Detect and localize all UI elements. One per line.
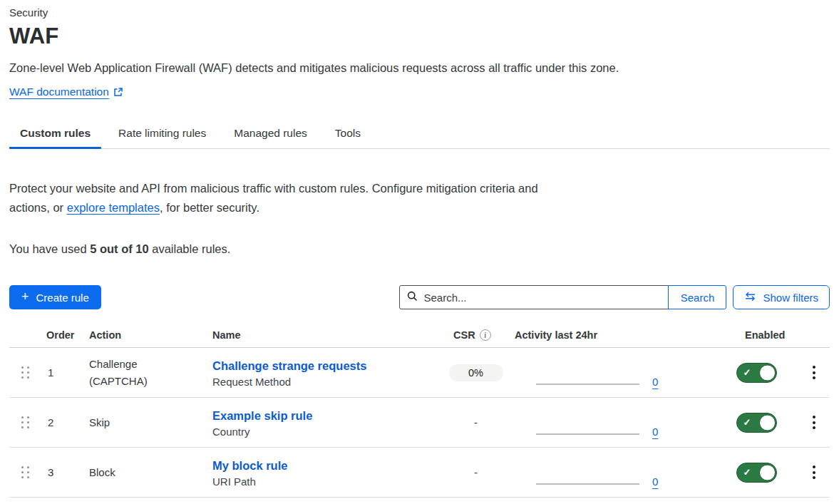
search-button[interactable]: Search [668,285,726,309]
kebab-icon [810,413,818,432]
breadcrumb: Security [9,6,830,19]
rule-name-cell: My block rule URI Path [207,458,446,488]
rule-field: Country [212,426,446,438]
tab-tools[interactable]: Tools [324,120,371,148]
enabled-cell: ✓ [713,463,798,483]
csr-info-icon[interactable]: i [480,329,491,341]
rules-toolbar: + Create rule Search [9,285,830,309]
custom-rules-table: Order Action Name CSR i Activity last 24… [9,329,830,498]
col-header-order: Order [41,329,84,341]
tab-custom-rules[interactable]: Custom rules [9,120,101,148]
search-icon [407,291,418,304]
activity-sparkline [536,433,639,435]
rule-name-link[interactable]: My block rule [212,458,446,473]
csr-cell: 0% [446,364,506,381]
activity-cell: 0 [506,357,713,389]
drag-handle[interactable] [9,416,41,428]
drag-handle[interactable] [9,466,41,478]
usage-prefix: You have used [9,242,90,255]
rule-order: 1 [41,366,84,379]
row-menu-button[interactable] [798,463,830,482]
create-rule-label: Create rule [36,292,89,304]
search-box [399,285,669,309]
csr-value: - [474,466,478,478]
plus-icon: + [21,290,29,303]
search-input[interactable] [423,292,661,304]
kebab-icon [810,363,818,382]
rule-field: Request Method [212,376,446,388]
search-group: Search [399,285,726,309]
waf-page: Security WAF Zone-level Web Application … [0,6,839,498]
rule-action: Block [84,464,207,481]
enabled-toggle[interactable]: ✓ [736,363,777,383]
kebab-icon [810,463,818,482]
toggle-check-icon: ✓ [743,467,751,478]
intro-text-after: , for better security. [160,201,259,214]
toggle-knob [759,364,776,381]
activity-sparkline [536,384,639,385]
rule-field: URI Path [212,475,446,488]
rule-action: Challenge (CAPTCHA) [84,356,207,390]
enabled-cell: ✓ [713,363,798,383]
create-rule-button[interactable]: + Create rule [9,285,101,309]
page-title: WAF [9,24,830,49]
rule-action-sub: (CAPTCHA) [89,373,207,390]
rule-name-link[interactable]: Example skip rule [212,408,446,423]
activity-count-link[interactable]: 0 [652,475,658,488]
row-menu-button[interactable] [798,413,830,432]
enabled-toggle[interactable]: ✓ [736,413,777,433]
col-header-name: Name [207,329,446,341]
csr-cell: - [446,466,506,478]
waf-documentation-link[interactable]: WAF documentation [9,86,123,98]
rule-action-main: Skip [89,414,207,431]
rule-name-link[interactable]: Challenge strange requests [212,358,446,374]
activity-cell: 0 [506,407,713,438]
col-header-action: Action [84,329,207,341]
rule-action-main: Block [89,464,207,481]
explore-templates-link[interactable]: explore templates [67,201,160,214]
show-filters-button[interactable]: Show filters [733,285,830,309]
filters-swap-icon [744,292,756,304]
page-description: Zone-level Web Application Firewall (WAF… [9,61,830,75]
csr-badge: 0% [449,364,503,381]
table-row: 1 Challenge (CAPTCHA) Challenge strange … [9,348,830,398]
table-row: 3 Block My block rule URI Path - 0 ✓ [9,448,830,498]
rule-name-cell: Example skip rule Country [207,408,446,438]
usage-suffix: available rules. [149,242,231,255]
toggle-knob [759,414,776,431]
rule-name-cell: Challenge strange requests Request Metho… [207,358,446,388]
activity-cell: 0 [506,457,713,488]
show-filters-label: Show filters [763,292,818,304]
tab-managed-rules[interactable]: Managed rules [223,120,318,148]
activity-count-link[interactable]: 0 [652,376,658,388]
col-header-enabled: Enabled [713,329,798,341]
external-link-icon [113,87,123,97]
rules-usage-text: You have used 5 out of 10 available rule… [9,242,830,256]
custom-rules-intro: Protect your website and API from malici… [9,179,538,217]
toggle-check-icon: ✓ [743,417,751,428]
toggle-check-icon: ✓ [743,367,751,378]
rule-order: 3 [41,466,84,478]
activity-sparkline [536,483,639,485]
col-header-activity: Activity last 24hr [506,329,713,341]
col-header-csr: CSR i [446,329,506,341]
row-menu-button[interactable] [798,363,830,382]
toggle-knob [759,464,776,480]
tab-rate-limiting-rules[interactable]: Rate limiting rules [108,120,217,148]
drag-handle-icon [21,366,29,379]
csr-cell: - [446,416,506,428]
drag-handle-icon [21,466,29,478]
waf-tabs: Custom rules Rate limiting rules Managed… [9,120,830,149]
usage-count: 5 out of 10 [90,242,149,255]
rule-order: 2 [41,416,84,428]
table-header-row: Order Action Name CSR i Activity last 24… [9,329,830,348]
drag-handle[interactable] [9,366,41,379]
drag-handle-icon [21,416,29,428]
csr-value: - [474,416,478,428]
activity-count-link[interactable]: 0 [652,426,658,438]
rule-action: Skip [84,414,207,431]
csr-header-label: CSR [453,329,475,341]
enabled-toggle[interactable]: ✓ [736,463,777,483]
doc-link-label: WAF documentation [9,86,109,98]
enabled-cell: ✓ [713,413,798,433]
